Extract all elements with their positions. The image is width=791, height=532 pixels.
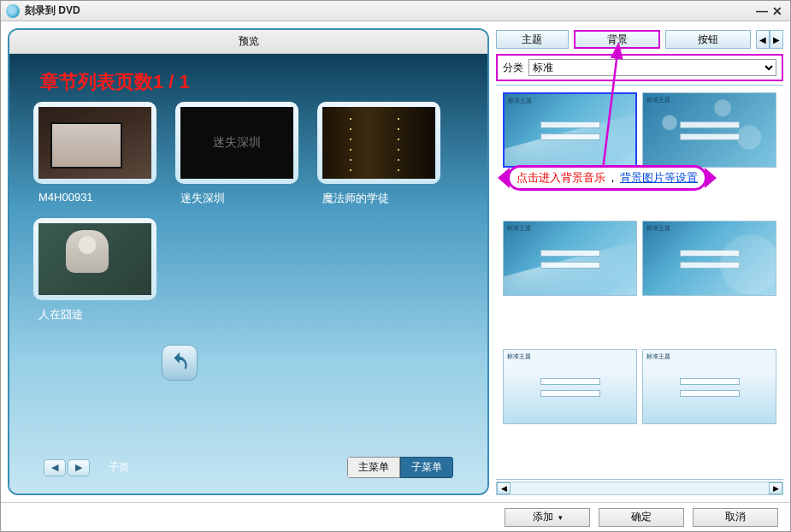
window-title: 刻录到 DVD bbox=[25, 3, 80, 18]
preview-panel: 预览 章节列表页数1 / 1 M4H00931 迷失深圳 迷失深圳 bbox=[8, 28, 489, 495]
cancel-button[interactable]: 取消 bbox=[693, 508, 778, 527]
ok-button[interactable]: 确定 bbox=[599, 508, 684, 527]
theme-item[interactable]: 标准主题 bbox=[642, 92, 776, 168]
prev-subpage-button[interactable]: ◀ bbox=[44, 459, 66, 476]
horizontal-scrollbar[interactable]: ◀ ▶ bbox=[496, 482, 783, 495]
chapter-thumb[interactable]: 魔法师的学徒 bbox=[317, 102, 440, 218]
thumb-image bbox=[322, 107, 435, 179]
app-icon bbox=[6, 4, 20, 18]
main-menu-tab[interactable]: 主菜单 bbox=[347, 457, 400, 478]
thumb-image bbox=[38, 107, 151, 179]
next-subpage-button[interactable]: ▶ bbox=[68, 459, 90, 476]
thumb-caption: 迷失深圳 bbox=[180, 191, 298, 206]
theme-panel: 主题 背景 按钮 ◀ ▶ 分类 标准 bbox=[496, 28, 783, 495]
thumb-caption: 人在囧途 bbox=[38, 307, 156, 322]
chapter-thumb[interactable]: 迷失深圳 迷失深圳 bbox=[175, 102, 298, 218]
theme-item[interactable]: 标准主题 bbox=[642, 349, 776, 424]
tab-scroll-left[interactable]: ◀ bbox=[756, 30, 770, 49]
thumb-caption: M4H00931 bbox=[38, 191, 156, 204]
close-button[interactable]: ✕ bbox=[770, 4, 785, 18]
minimize-button[interactable]: — bbox=[754, 4, 770, 18]
scroll-left-button[interactable]: ◀ bbox=[497, 482, 511, 494]
chapter-thumb[interactable]: 人在囧途 bbox=[33, 218, 156, 334]
redo-button[interactable] bbox=[162, 345, 198, 381]
preview-header: 预览 bbox=[9, 30, 487, 54]
app-window: 刻录到 DVD — ✕ 预览 章节列表页数1 / 1 M4H00931 迷失深圳 bbox=[0, 0, 791, 532]
subpage-label: 子页 bbox=[109, 460, 129, 475]
theme-list: 标准主题 标准主题 标准主题 标准主题 bbox=[496, 85, 783, 480]
tab-theme[interactable]: 主题 bbox=[496, 30, 569, 49]
nav-row: ◀ ▶ 子页 主菜单 子菜单 bbox=[9, 457, 487, 478]
theme-item[interactable]: 标准主题 bbox=[642, 221, 776, 296]
category-row: 分类 标准 bbox=[496, 54, 783, 81]
bottom-bar: 添加 确定 取消 bbox=[1, 502, 790, 531]
tab-background[interactable]: 背景 bbox=[574, 30, 661, 49]
preview-stage: 章节列表页数1 / 1 M4H00931 迷失深圳 迷失深圳 魔法师的学徒 bbox=[9, 54, 487, 494]
redo-icon bbox=[168, 352, 191, 374]
theme-item[interactable]: 标准主题 bbox=[503, 92, 637, 168]
tab-row: 主题 背景 按钮 ◀ ▶ bbox=[496, 28, 783, 50]
sub-menu-tab[interactable]: 子菜单 bbox=[400, 457, 453, 478]
tab-button[interactable]: 按钮 bbox=[665, 30, 751, 49]
chapter-thumb[interactable]: M4H00931 bbox=[33, 102, 156, 218]
add-button[interactable]: 添加 bbox=[505, 508, 590, 527]
scroll-right-button[interactable]: ▶ bbox=[769, 482, 782, 494]
chapter-title: 章节列表页数1 / 1 bbox=[40, 69, 472, 95]
thumb-image: 迷失深圳 bbox=[180, 107, 293, 179]
title-bar: 刻录到 DVD — ✕ bbox=[1, 1, 790, 21]
tab-scroll-right[interactable]: ▶ bbox=[770, 30, 783, 49]
category-label: 分类 bbox=[503, 61, 523, 75]
theme-item[interactable]: 标准主题 bbox=[503, 349, 637, 424]
content-area: 预览 章节列表页数1 / 1 M4H00931 迷失深圳 迷失深圳 bbox=[1, 21, 790, 531]
category-select[interactable]: 标准 bbox=[528, 59, 776, 76]
thumb-caption: 魔法师的学徒 bbox=[322, 191, 440, 206]
theme-item[interactable]: 标准主题 bbox=[503, 221, 637, 296]
thumb-image bbox=[38, 223, 151, 295]
